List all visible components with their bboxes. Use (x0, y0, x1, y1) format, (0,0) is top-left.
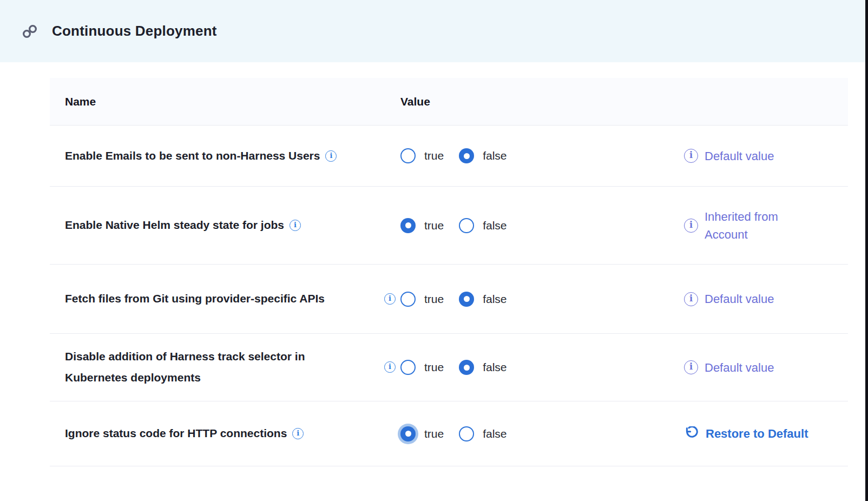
column-header-value: Value (384, 95, 671, 108)
radio-option-true[interactable]: true (400, 292, 444, 307)
status-label: Inherited from Account (705, 208, 816, 243)
setting-row: Disable addition of Harness track select… (50, 334, 848, 401)
column-header-name: Name (50, 95, 384, 108)
setting-value-cell: i true false (384, 292, 671, 307)
radio-true-label[interactable]: true (424, 427, 444, 440)
setting-status-cell[interactable]: i Restore to Default (671, 425, 848, 443)
radio-false-label[interactable]: false (483, 293, 507, 306)
setting-status-cell: i Default value (671, 147, 848, 165)
setting-status-cell: i Inherited from Account (671, 208, 848, 243)
setting-name-label: Ignore status code for HTTP connections (65, 423, 287, 444)
setting-name-label: Enable Native Helm steady state for jobs (65, 215, 284, 236)
setting-status-cell: i Default value (671, 290, 848, 308)
continuous-deployment-icon (22, 23, 38, 39)
setting-info-icon[interactable]: i (292, 428, 304, 439)
status-info-icon[interactable]: i (684, 292, 698, 306)
status-label: Default value (705, 290, 774, 308)
backdrop-edge (865, 0, 868, 501)
radio-false-label[interactable]: false (483, 219, 507, 232)
radio-option-false[interactable]: false (459, 148, 507, 163)
setting-info-icon[interactable]: i (384, 361, 396, 373)
setting-row: Enable Native Helm steady state for jobs… (50, 187, 848, 265)
radio-option-false[interactable]: false (459, 292, 507, 307)
radio-option-true[interactable]: true (400, 148, 444, 163)
setting-row: Fetch files from Git using provider-spec… (50, 265, 848, 334)
radio-true[interactable] (400, 292, 416, 307)
radio-true[interactable] (400, 426, 416, 441)
setting-info-icon[interactable]: i (290, 220, 301, 231)
radio-false-label[interactable]: false (483, 149, 507, 162)
setting-name-cell: Disable addition of Harness track select… (50, 339, 384, 396)
radio-option-true[interactable]: true (400, 218, 444, 233)
setting-name-label: Fetch files from Git using provider-spec… (65, 288, 325, 309)
radio-true[interactable] (400, 218, 416, 233)
setting-value-cell: i true false (384, 218, 671, 233)
setting-info-icon[interactable]: i (384, 293, 396, 305)
setting-value-cell: i true false (384, 360, 671, 375)
setting-name-cell: Ignore status code for HTTP connections … (50, 416, 384, 452)
radio-true[interactable] (400, 360, 416, 375)
radio-false[interactable] (459, 292, 474, 307)
setting-name-cell: Enable Native Helm steady state for jobs… (50, 207, 384, 243)
radio-false-label[interactable]: false (483, 427, 507, 440)
setting-name-cell: Enable Emails to be sent to non-Harness … (50, 138, 384, 174)
setting-value-cell: i true false (384, 426, 671, 441)
restore-to-default-icon[interactable] (684, 426, 699, 441)
settings-rows: Enable Emails to be sent to non-Harness … (50, 126, 848, 466)
status-label: Default value (705, 359, 774, 377)
table-header-row: Name Value (50, 78, 848, 126)
radio-false[interactable] (459, 148, 474, 163)
page-title: Continuous Deployment (52, 23, 217, 39)
radio-false[interactable] (459, 426, 474, 441)
setting-row: Enable Emails to be sent to non-Harness … (50, 126, 848, 187)
setting-name-label: Enable Emails to be sent to non-Harness … (65, 146, 320, 167)
status-info-icon[interactable]: i (684, 219, 698, 233)
setting-value-cell: i true false (384, 148, 671, 163)
radio-false[interactable] (459, 218, 474, 233)
setting-info-icon[interactable]: i (325, 150, 337, 162)
radio-true[interactable] (400, 148, 416, 163)
radio-option-false[interactable]: false (459, 426, 507, 441)
radio-true-label[interactable]: true (424, 361, 444, 374)
settings-page: Continuous Deployment Name Value Enable … (0, 0, 868, 501)
radio-option-true[interactable]: true (400, 360, 444, 375)
radio-true-label[interactable]: true (424, 149, 444, 162)
status-info-icon[interactable]: i (684, 360, 698, 374)
radio-false[interactable] (459, 360, 474, 375)
radio-option-true[interactable]: true (400, 426, 444, 441)
status-label: Restore to Default (706, 425, 808, 443)
settings-table: Name Value Enable Emails to be sent to n… (50, 78, 848, 466)
radio-option-false[interactable]: false (459, 218, 507, 233)
radio-true-label[interactable]: true (424, 219, 444, 232)
radio-true-label[interactable]: true (424, 293, 444, 306)
setting-name-label: Disable addition of Harness track select… (65, 346, 346, 388)
radio-false-label[interactable]: false (483, 361, 507, 374)
setting-status-cell: i Default value (671, 359, 848, 377)
status-info-icon[interactable]: i (684, 149, 698, 163)
setting-name-cell: Fetch files from Git using provider-spec… (50, 281, 384, 317)
status-label: Default value (705, 147, 774, 165)
setting-row: Ignore status code for HTTP connections … (50, 401, 848, 466)
radio-option-false[interactable]: false (459, 360, 507, 375)
section-header: Continuous Deployment (0, 0, 868, 62)
